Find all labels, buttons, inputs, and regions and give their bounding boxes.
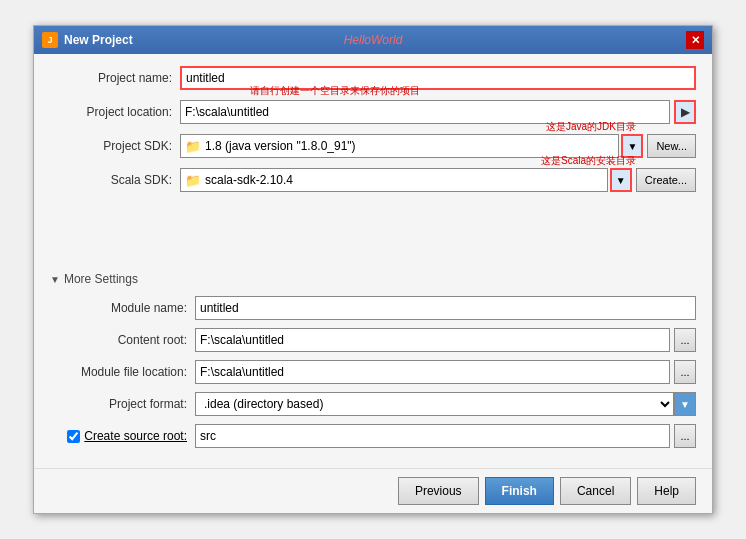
more-settings-label: More Settings [64, 272, 138, 286]
help-button[interactable]: Help [637, 477, 696, 505]
new-project-dialog: J New Project HelloWorld ✕ Project name:… [33, 25, 713, 514]
create-source-root-browse-button[interactable]: ... [674, 424, 696, 448]
create-source-root-checkbox[interactable] [67, 430, 80, 443]
project-location-label: Project location: [50, 105, 180, 119]
project-sdk-new-button[interactable]: New... [647, 134, 696, 158]
scala-sdk-section: Scala SDK: 📁 scala-sdk-2.10.4 ▼ Create..… [50, 168, 696, 192]
create-source-root-label[interactable]: Create source root: [84, 429, 187, 443]
scala-sdk-value: scala-sdk-2.10.4 [205, 173, 293, 187]
close-button[interactable]: ✕ [686, 31, 704, 49]
project-sdk-label: Project SDK: [50, 139, 180, 153]
scala-sdk-folder-icon: 📁 [185, 173, 201, 188]
project-sdk-value: 1.8 (java version "1.8.0_91") [205, 139, 356, 153]
sdk-folder-icon: 📁 [185, 139, 201, 154]
module-file-location-label: Module file location: [50, 365, 195, 379]
title-bar: J New Project HelloWorld ✕ [34, 26, 712, 54]
module-name-input[interactable] [195, 296, 696, 320]
project-format-select[interactable]: .idea (directory based) [195, 392, 674, 416]
create-source-root-row: Create source root: ... [50, 424, 696, 448]
create-source-root-input[interactable] [195, 424, 670, 448]
project-sdk-section: Project SDK: 📁 1.8 (java version "1.8.0_… [50, 134, 696, 158]
module-name-label: Module name: [50, 301, 195, 315]
scala-sdk-label: Scala SDK: [50, 173, 180, 187]
module-file-location-input[interactable] [195, 360, 670, 384]
app-icon: J [42, 32, 58, 48]
content-root-browse-button[interactable]: ... [674, 328, 696, 352]
dialog-body: Project name: Project location: ▶ 请自行创建一… [34, 54, 712, 468]
spacer [50, 202, 696, 262]
project-format-dropdown-button[interactable]: ▼ [674, 392, 696, 416]
module-name-row: Module name: [50, 296, 696, 320]
project-name-row: Project name: [50, 66, 696, 90]
more-settings-header[interactable]: ▼ More Settings [50, 272, 696, 286]
title-bar-left: J New Project [42, 32, 133, 48]
scala-sdk-dropdown-button[interactable]: ▼ [610, 168, 632, 192]
content-root-input[interactable] [195, 328, 670, 352]
project-sdk-field: 📁 1.8 (java version "1.8.0_91") [180, 134, 619, 158]
subtitle: HelloWorld [344, 33, 403, 47]
more-settings-section: ▼ More Settings Module name: Content roo… [50, 272, 696, 448]
module-file-location-browse-button[interactable]: ... [674, 360, 696, 384]
project-sdk-row: Project SDK: 📁 1.8 (java version "1.8.0_… [50, 134, 696, 158]
create-source-root-label-area: Create source root: [50, 429, 195, 443]
project-location-row: Project location: ▶ [50, 100, 696, 124]
cancel-button[interactable]: Cancel [560, 477, 631, 505]
module-file-location-row: Module file location: ... [50, 360, 696, 384]
previous-button[interactable]: Previous [398, 477, 479, 505]
dialog-title: New Project [64, 33, 133, 47]
project-name-label: Project name: [50, 71, 180, 85]
content-root-label: Content root: [50, 333, 195, 347]
scala-sdk-row: Scala SDK: 📁 scala-sdk-2.10.4 ▼ Create..… [50, 168, 696, 192]
project-format-label: Project format: [50, 397, 195, 411]
scala-sdk-create-button[interactable]: Create... [636, 168, 696, 192]
project-format-row: Project format: .idea (directory based) … [50, 392, 696, 416]
collapse-icon: ▼ [50, 274, 60, 285]
scala-sdk-field: 📁 scala-sdk-2.10.4 [180, 168, 608, 192]
project-location-section: Project location: ▶ 请自行创建一个空目录来保存你的项目 [50, 100, 696, 124]
content-root-row: Content root: ... [50, 328, 696, 352]
project-location-input[interactable] [180, 100, 670, 124]
project-sdk-dropdown-button[interactable]: ▼ [621, 134, 643, 158]
dialog-footer: Previous Finish Cancel Help [34, 468, 712, 513]
project-name-input[interactable] [180, 66, 696, 90]
finish-button[interactable]: Finish [485, 477, 554, 505]
project-location-browse-button[interactable]: ▶ [674, 100, 696, 124]
